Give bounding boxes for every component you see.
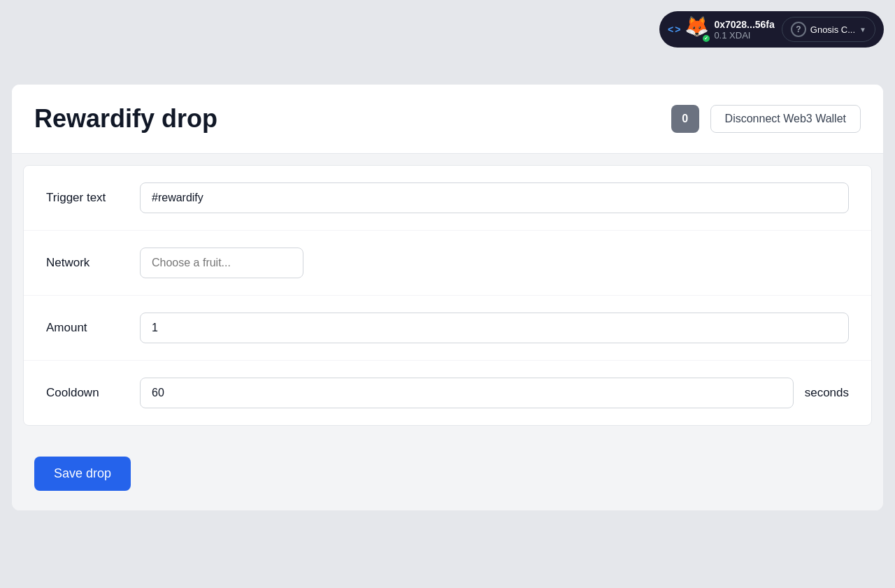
main-container: Rewardify drop 0 Disconnect Web3 Wallet … xyxy=(11,84,884,511)
network-name-label: Gnosis C... xyxy=(810,24,855,35)
amount-input[interactable] xyxy=(140,313,849,343)
footer-section: Save drop xyxy=(12,437,883,510)
amount-label: Amount xyxy=(46,320,123,336)
chevron-down-icon: ▼ xyxy=(859,26,866,34)
save-drop-button[interactable]: Save drop xyxy=(34,457,131,491)
trigger-text-row: Trigger text xyxy=(24,166,871,231)
network-input[interactable] xyxy=(140,248,303,278)
header-section: Rewardify drop 0 Disconnect Web3 Wallet xyxy=(12,85,883,154)
trigger-text-input[interactable] xyxy=(140,182,849,213)
wallet-address: 0x7028...56fa xyxy=(714,19,774,30)
trigger-text-label: Trigger text xyxy=(46,189,123,206)
verified-badge-icon xyxy=(701,34,711,43)
wallet-bar: < > 🦊 0x7028...56fa 0.1 XDAI ? Gnosis C.… xyxy=(659,11,884,48)
header-actions: 0 Disconnect Web3 Wallet xyxy=(671,105,861,133)
chevron-right-icon: > xyxy=(675,24,680,35)
help-circle-icon: ? xyxy=(791,22,806,37)
cooldown-label: Cooldown xyxy=(46,385,123,401)
network-label: Network xyxy=(46,254,123,271)
form-section: Trigger text Network Amount Cooldown sec… xyxy=(23,165,872,426)
network-row: Network xyxy=(24,231,871,296)
network-selector-button[interactable]: ? Gnosis C... ▼ xyxy=(782,17,875,42)
amount-row: Amount xyxy=(24,296,871,361)
badge-count: 0 xyxy=(671,105,699,133)
cooldown-unit-label: seconds xyxy=(805,386,849,400)
cooldown-input[interactable] xyxy=(140,378,794,408)
wallet-info: 0x7028...56fa 0.1 XDAI xyxy=(714,19,774,41)
cooldown-row-inner: seconds xyxy=(140,378,849,408)
page-title: Rewardify drop xyxy=(34,104,217,134)
wallet-balance: 0.1 XDAI xyxy=(714,30,774,41)
metamask-fox-icon: 🦊 xyxy=(685,17,710,42)
disconnect-wallet-button[interactable]: Disconnect Web3 Wallet xyxy=(710,105,861,133)
code-icon: < > xyxy=(668,24,680,35)
cooldown-row: Cooldown seconds xyxy=(24,361,871,425)
chevron-left-icon: < xyxy=(668,24,673,35)
wallet-bar-left: < > 🦊 0x7028...56fa 0.1 XDAI xyxy=(668,17,775,42)
